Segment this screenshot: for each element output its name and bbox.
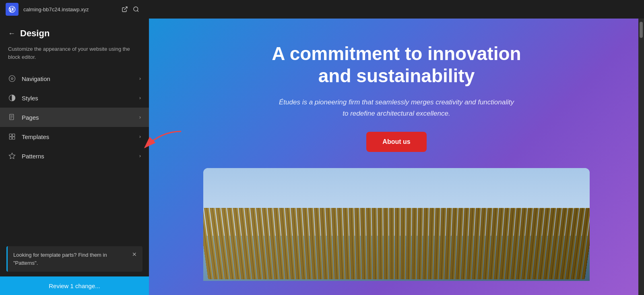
notification-close[interactable]: ✕ bbox=[132, 251, 137, 258]
site-url: calming-bb7c24.instawp.xyz bbox=[23, 6, 117, 12]
sidebar-menu: Navigation › Styles › bbox=[0, 69, 149, 241]
about-us-button[interactable]: About us bbox=[366, 132, 426, 152]
sidebar-item-patterns[interactable]: Patterns › bbox=[0, 146, 149, 166]
top-bar-icons bbox=[122, 6, 139, 12]
svg-rect-5 bbox=[12, 134, 15, 136]
templates-chevron: › bbox=[139, 134, 141, 139]
templates-label: Templates bbox=[22, 133, 134, 140]
sidebar-item-styles[interactable]: Styles › bbox=[0, 88, 149, 108]
styles-label: Styles bbox=[22, 95, 134, 102]
wordpress-icon bbox=[8, 5, 16, 13]
styles-chevron: › bbox=[139, 95, 141, 101]
arch-image bbox=[203, 168, 590, 281]
building-visual bbox=[203, 168, 590, 281]
wp-logo[interactable] bbox=[6, 3, 19, 16]
svg-point-2 bbox=[11, 78, 13, 80]
sidebar-item-templates[interactable]: Templates › bbox=[0, 127, 149, 146]
louver-overlay bbox=[203, 208, 590, 281]
back-arrow[interactable]: ← bbox=[8, 29, 15, 38]
review-button[interactable]: Review 1 change... bbox=[0, 276, 149, 295]
hero-subtitle: Études is a pioneering firm that seamles… bbox=[276, 97, 517, 118]
patterns-chevron: › bbox=[139, 153, 141, 159]
search-icon[interactable] bbox=[133, 6, 139, 12]
navigation-icon bbox=[8, 75, 16, 83]
svg-rect-7 bbox=[12, 137, 15, 139]
navigation-label: Navigation bbox=[22, 75, 134, 82]
hero-title: A commitment to innovation and sustainab… bbox=[260, 43, 533, 87]
pages-icon bbox=[8, 113, 16, 121]
top-bar: calming-bb7c24.instawp.xyz bbox=[0, 0, 644, 19]
sidebar-header: ← Design bbox=[0, 19, 149, 45]
pages-label: Pages bbox=[22, 114, 134, 121]
external-link-icon[interactable] bbox=[122, 6, 128, 12]
notification-text: Looking for template parts? Find them in… bbox=[13, 251, 128, 267]
svg-point-0 bbox=[134, 7, 138, 11]
navigation-chevron: › bbox=[139, 76, 141, 81]
patterns-label: Patterns bbox=[22, 153, 134, 160]
scrollbar-track[interactable] bbox=[638, 19, 644, 295]
hero-section: A commitment to innovation and sustainab… bbox=[149, 19, 644, 295]
pages-chevron: › bbox=[139, 114, 141, 120]
patterns-icon bbox=[8, 152, 16, 160]
scrollbar-thumb[interactable] bbox=[640, 22, 643, 38]
sidebar-title: Design bbox=[20, 28, 50, 39]
svg-point-1 bbox=[9, 76, 15, 82]
wp-logo-area: calming-bb7c24.instawp.xyz bbox=[0, 3, 149, 16]
sidebar-item-navigation[interactable]: Navigation › bbox=[0, 69, 149, 88]
styles-icon bbox=[8, 94, 16, 102]
main-layout: ← Design Customize the appearance of you… bbox=[0, 19, 644, 295]
sidebar-item-pages[interactable]: Pages › bbox=[0, 108, 149, 127]
content-area: A commitment to innovation and sustainab… bbox=[149, 19, 644, 295]
sidebar-description: Customize the appearance of your website… bbox=[0, 45, 149, 69]
notification-box: Looking for template parts? Find them in… bbox=[6, 246, 142, 272]
templates-icon bbox=[8, 133, 16, 141]
svg-rect-6 bbox=[9, 137, 12, 139]
sidebar: ← Design Customize the appearance of you… bbox=[0, 19, 149, 295]
svg-rect-4 bbox=[9, 134, 12, 136]
